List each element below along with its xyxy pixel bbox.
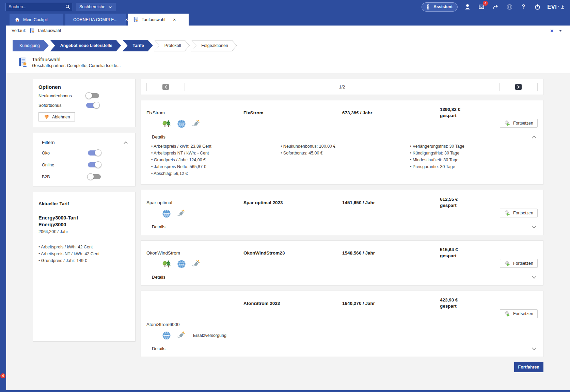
- tariff-price: 1548,56€ / Jahr: [342, 250, 440, 256]
- page-head: Tarifauswahl Geschäftspartner: Completto…: [6, 53, 570, 73]
- tab-cornelia[interactable]: CORNELIA COMPLE... ×: [65, 14, 126, 26]
- detail-item: Grundpreis / Jahr: 149 €: [38, 257, 130, 264]
- step-protokoll[interactable]: Protokoll: [154, 40, 190, 51]
- sofortbonus-toggle[interactable]: [86, 103, 99, 108]
- current-tariff-title: Aktueller Tarif: [38, 201, 130, 206]
- continue-tariff-button[interactable]: Fortsetzen: [500, 119, 538, 128]
- power-icon[interactable]: [533, 3, 541, 11]
- page-subtitle: Geschäftspartner: Completto, Cornelia Is…: [32, 63, 121, 68]
- detail-item: Arbeitspreis / kWh: 42 Cent: [38, 244, 130, 250]
- online-toggle[interactable]: [88, 162, 101, 167]
- step-angebot-neue-lieferstelle[interactable]: Angebot neue Lieferstelle: [50, 40, 121, 51]
- detail-item: Grundpreis / Jahr: 124,00 €: [151, 157, 281, 163]
- chevron-right-icon: [517, 85, 520, 89]
- assistant-label: Assistent: [433, 4, 453, 9]
- body: Optionen Neukundenbonus Sofortbonus Able…: [6, 73, 570, 390]
- details-link[interactable]: Details: [152, 134, 165, 140]
- online-icon: [177, 119, 186, 128]
- tariff-list: 1/2 FixStrom: [141, 79, 543, 372]
- user-icon[interactable]: [463, 3, 472, 11]
- tariff-name: FixStrom: [146, 110, 243, 115]
- chevron-down-icon[interactable]: [532, 276, 536, 279]
- chevron-up-icon[interactable]: [124, 141, 128, 144]
- detail-item: Jahrespreis Netto: 565,87 €: [151, 163, 281, 170]
- tariff-saved: 1390,82 € gespart: [440, 107, 498, 119]
- globe-icon: [505, 3, 513, 11]
- search-areas-label: Suchbereiche: [79, 4, 105, 9]
- tariff-product: Spar optimal 2023: [243, 200, 342, 205]
- b2b-toggle[interactable]: [88, 174, 101, 179]
- neukundenbonus-toggle[interactable]: [86, 93, 99, 98]
- details-link[interactable]: Details: [152, 224, 165, 229]
- history-label: Verlauf:: [12, 28, 26, 33]
- tab-close-icon[interactable]: ×: [173, 17, 176, 22]
- tab-tarifauswahl[interactable]: Tarifauswahl ×: [128, 14, 189, 26]
- inbox-icon[interactable]: 4: [477, 3, 486, 11]
- tab-mein-cockpit[interactable]: Mein Cockpit: [10, 14, 63, 26]
- detail-item: Abschlag: 56,12 €: [151, 170, 281, 177]
- pagination: 1/2: [141, 79, 543, 95]
- filter-title: Filtern: [42, 140, 55, 145]
- continue-tariff-button[interactable]: Fortsetzen: [500, 309, 538, 318]
- details-link[interactable]: Details: [152, 275, 165, 280]
- page-title: Tarifauswahl: [32, 56, 121, 62]
- continue-tariff-button[interactable]: Fortsetzen: [500, 259, 538, 268]
- step-tarife[interactable]: Tarife: [123, 40, 153, 51]
- redo-icon[interactable]: [491, 3, 500, 11]
- tariff-name: Spar optimal: [146, 200, 243, 205]
- details-link[interactable]: Details: [152, 346, 165, 351]
- detail-item: Mindestlaufzeit: 30 Tage: [410, 157, 538, 163]
- tariff-card-oekonwindstrom: ÖkonWindStrom ÖkonWindStrom23 1548,56€ /…: [141, 240, 543, 285]
- step-kuendigung[interactable]: Kündigung: [13, 40, 49, 51]
- sidebar: Optionen Neukundenbonus Sofortbonus Able…: [33, 79, 136, 342]
- chevron-down-icon[interactable]: [559, 30, 562, 32]
- tariff-extra-label: Ersatzversorgung: [193, 333, 226, 338]
- notification-badge-bottom[interactable]: 4: [0, 373, 5, 378]
- help-icon[interactable]: ?: [519, 3, 527, 11]
- options-panel: Optionen Neukundenbonus Sofortbonus Able…: [33, 79, 136, 127]
- oeko-toggle[interactable]: [88, 150, 101, 156]
- detail-item: Kündigungsfrist: 30 Tage: [410, 150, 538, 157]
- plug-icon: [177, 331, 186, 340]
- current-tariff-panel: Aktueller Tarif Energy3000-Tarif Energy3…: [33, 192, 136, 342]
- plug-icon: [177, 209, 186, 218]
- tariff-book-icon: [29, 28, 35, 33]
- prev-page-button[interactable]: [146, 83, 185, 91]
- search-icon[interactable]: [65, 4, 70, 10]
- gear-play-icon: [504, 210, 510, 216]
- chevron-down-icon[interactable]: [532, 347, 536, 350]
- continue-button[interactable]: Fortfahren: [514, 362, 544, 372]
- tariff-saved: 515,64 € gespart: [440, 247, 498, 259]
- assistant-button[interactable]: Assistent: [422, 2, 458, 12]
- inbox-badge: 4: [483, 1, 488, 6]
- chevron-down-icon: [108, 5, 112, 9]
- chevron-down-icon[interactable]: [532, 225, 536, 228]
- detail-item: Arbeitspreis NT / kWh: 42 Cent: [38, 250, 130, 257]
- search-input[interactable]: [9, 4, 65, 9]
- app-window: ❯ 4 Suchbereiche Assistent 4 ?: [0, 0, 570, 392]
- next-page-button[interactable]: [499, 83, 538, 91]
- content-area: Verlauf: Tarifauswahl × Kündigung Angebo…: [6, 26, 570, 390]
- tariff-product: FixStrom: [243, 110, 342, 115]
- options-title: Optionen: [38, 84, 130, 90]
- detail-item: Neukundenbonus: 100,00 €: [281, 143, 410, 150]
- search-areas-button[interactable]: Suchbereiche: [76, 3, 116, 11]
- online-icon: [162, 209, 171, 218]
- gear-play-icon: [504, 120, 510, 126]
- tariff-card-spar-optimal: Spar optimal Spar optimal 2023 1451,65€ …: [141, 190, 543, 235]
- history-value[interactable]: Tarifauswahl: [37, 28, 61, 33]
- brand-logo: EVI°: [547, 4, 565, 10]
- continue-tariff-button[interactable]: Fortsetzen: [500, 209, 538, 217]
- online-icon: [162, 331, 171, 340]
- tariff-card-fixstrom: FixStrom FixStrom 673,38€ / Jahr 1390,82…: [141, 100, 543, 185]
- close-icon[interactable]: ×: [550, 28, 554, 34]
- reject-button[interactable]: Ablehnen: [38, 112, 75, 121]
- gear-play-icon: [504, 311, 510, 317]
- tariff-name: ÖkonWindStrom: [146, 250, 243, 256]
- tab-close-icon[interactable]: ×: [125, 17, 128, 22]
- step-folgeaktionen[interactable]: Folgeaktionen: [191, 40, 237, 51]
- chevron-up-icon[interactable]: [532, 135, 536, 138]
- detail-item: Arbeitspreis NT / kWh: - Cent: [151, 150, 281, 157]
- tariff-card-atomstrom: AtomStrom6000 Ersatzversorgung AtomStrom…: [141, 291, 543, 357]
- tariff-details: Arbeitspreis / kWh: 23,89 Cent Arbeitspr…: [151, 143, 538, 177]
